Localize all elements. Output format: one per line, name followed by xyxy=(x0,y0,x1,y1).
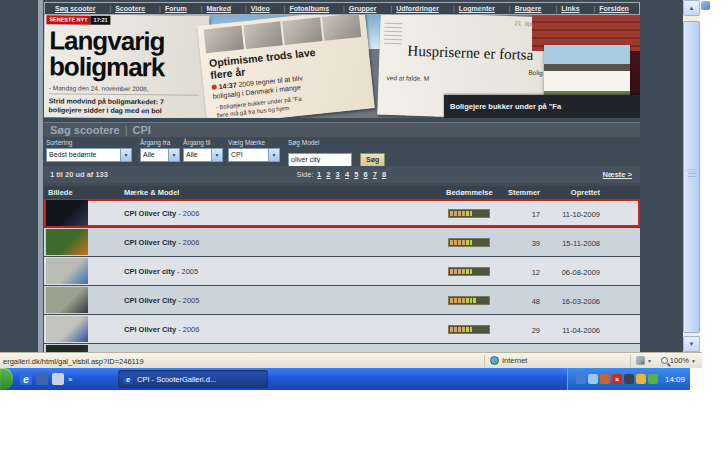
page-number-link[interactable]: 2 xyxy=(326,170,330,179)
table-row[interactable]: CPI Oliver City - 2006 39 15-11-2008 xyxy=(44,228,640,256)
dateline: - Mandag den 24. november 2008, xyxy=(49,84,199,95)
table-row[interactable]: CPI Oliver City - 2006 29 11-04-2006 xyxy=(44,315,640,343)
col-maerke-model: Mærke & Model xyxy=(124,188,179,197)
model-link[interactable]: CPI Oliver City xyxy=(124,209,176,218)
nav-item: Video xyxy=(241,5,270,12)
scooter-thumbnail[interactable] xyxy=(46,229,88,255)
table-row[interactable]: CPI Oliver City - 2006 17 11-10-2009 xyxy=(44,199,640,227)
chevron-down-icon[interactable]: ▼ xyxy=(120,149,131,161)
chevron-down-icon[interactable]: ▼ xyxy=(268,149,279,161)
vertical-scrollbar[interactable]: ▲ ▼ xyxy=(683,0,700,352)
tray-icon[interactable] xyxy=(600,374,610,384)
scooter-thumbnail[interactable] xyxy=(46,345,88,352)
section-header: Søg scootere | CPI xyxy=(44,122,640,137)
globe-icon xyxy=(490,356,499,365)
tray-icon[interactable] xyxy=(636,374,646,384)
nav-link[interactable]: Scootere xyxy=(115,5,145,12)
vaelg-maerke-select[interactable]: CPI ▼ xyxy=(228,148,280,162)
scroll-down-arrow[interactable]: ▼ xyxy=(683,336,700,352)
model-year: - 2006 xyxy=(176,209,199,218)
aargang-fra-select[interactable]: Alle ▼ xyxy=(140,148,180,162)
nav-link[interactable]: Udfordringer xyxy=(396,5,439,12)
nav-link[interactable]: Forsiden xyxy=(599,5,629,12)
nav-item: Links xyxy=(551,5,579,12)
quick-launch-overflow[interactable]: » xyxy=(68,375,72,384)
text-filler xyxy=(384,20,403,48)
news-clipping-left: SENESTE NYT 17:21 Langvarig boligmark - … xyxy=(44,15,209,118)
aargang-til-select[interactable]: Alle ▼ xyxy=(183,148,223,162)
quick-launch-icon[interactable]: e xyxy=(20,373,32,385)
model-link[interactable]: CPI Oliver City xyxy=(124,296,176,305)
news-ticker: SENESTE NYT 17:21 xyxy=(46,15,110,25)
soeg-model-label: Søg Model xyxy=(288,139,352,148)
page-links: Side: 1 2 3 4 5 6 7 xyxy=(296,170,387,179)
sortering-select[interactable]: Bedst bedømte ▼ xyxy=(46,148,132,162)
news-clipping-middle: Optimisme trods lave flere år 14:37 2009… xyxy=(197,15,375,118)
page-subtitle: CPI xyxy=(133,124,151,136)
model-link[interactable]: CPI Oliver City xyxy=(124,238,176,247)
model-link[interactable]: CPI Oliver city xyxy=(124,267,175,276)
model-search-input[interactable] xyxy=(288,153,352,167)
scroll-up-arrow[interactable]: ▲ xyxy=(683,0,700,16)
taskbar-window-button[interactable]: e CPI - ScooterGalleri.d... xyxy=(118,370,268,388)
page-number-link[interactable]: 1 xyxy=(317,170,321,179)
nav-link[interactable]: Brugere xyxy=(515,5,542,12)
model-link[interactable]: CPI Oliver City xyxy=(124,325,176,334)
tray-icon[interactable] xyxy=(588,374,598,384)
chevron-down-icon[interactable]: ▼ xyxy=(211,149,222,161)
article-text: Strid modvind på boligmarkedet: 7 bolige… xyxy=(49,96,164,115)
page-number-link[interactable]: 6 xyxy=(363,170,367,179)
tray-icon[interactable] xyxy=(576,374,586,384)
nav-item: Brugere xyxy=(505,5,542,12)
filter-icon xyxy=(636,356,645,365)
nav-link[interactable]: Forum xyxy=(165,5,187,12)
votes-count: 29 xyxy=(484,326,540,335)
phishing-filter-control[interactable]: ▼ xyxy=(636,356,652,365)
zoom-control[interactable]: 100% ▼ xyxy=(661,356,696,365)
side-label: Side: xyxy=(296,170,313,179)
col-billede: Billede xyxy=(48,188,73,197)
votes-count: 12 xyxy=(484,268,540,277)
nav-link[interactable]: Grupper xyxy=(349,5,377,12)
tray-icon[interactable] xyxy=(624,374,634,384)
quick-launch-icon[interactable] xyxy=(36,373,48,385)
tray-icon[interactable] xyxy=(648,374,658,384)
votes-count: 48 xyxy=(484,297,540,306)
nav-link[interactable]: Marked xyxy=(206,5,231,12)
chevron-down-icon[interactable]: ▼ xyxy=(168,149,179,161)
created-date: 11-04-2006 xyxy=(552,326,600,335)
scooter-thumbnail[interactable] xyxy=(46,258,88,284)
model-year: - 2005 xyxy=(176,296,199,305)
page-left-edge xyxy=(38,0,43,352)
tray-icon[interactable]: × xyxy=(612,374,622,384)
nav-link[interactable]: Søg scooter xyxy=(55,5,95,12)
nav-link[interactable]: Video xyxy=(251,5,270,12)
table-row[interactable]: CPI Oliver city - 2005 12 06-08-2009 xyxy=(44,257,640,285)
scooter-thumbnail[interactable] xyxy=(46,200,88,226)
news-collage-banner[interactable]: SENESTE NYT 17:21 Langvarig boligmark - … xyxy=(44,15,640,118)
start-button-partial[interactable] xyxy=(0,368,13,390)
votes-count: 17 xyxy=(484,210,540,219)
page-number-link[interactable]: 7 xyxy=(373,170,377,179)
next-page-link[interactable]: Næste > xyxy=(603,170,632,179)
search-button[interactable]: Søg xyxy=(360,153,385,167)
page-number-link[interactable]: 8 xyxy=(382,170,386,179)
model-year: - 2006 xyxy=(176,325,199,334)
nav-link[interactable]: Fotoalbums xyxy=(289,5,329,12)
created-date: 15-11-2008 xyxy=(552,239,600,248)
ticker-label: SENESTE NYT xyxy=(46,15,90,24)
aargang-fra-label: Årgang fra xyxy=(140,139,180,148)
quick-launch-icon[interactable] xyxy=(52,373,64,385)
scrollbar-thumb[interactable] xyxy=(683,21,700,333)
table-row[interactable] xyxy=(44,344,640,352)
col-oprettet: Oprettet xyxy=(552,188,600,197)
page-number-link[interactable]: 5 xyxy=(354,170,358,179)
page-number-link[interactable]: 4 xyxy=(345,170,349,179)
page-number-link[interactable]: 3 xyxy=(336,170,340,179)
scooter-thumbnail[interactable] xyxy=(46,287,88,313)
nav-link[interactable]: Logmenter xyxy=(459,5,495,12)
nav-link[interactable]: Links xyxy=(561,5,579,12)
table-row[interactable]: CPI Oliver City - 2005 48 16-03-2006 xyxy=(44,286,640,314)
scooter-thumbnail[interactable] xyxy=(46,316,88,342)
clock-icon xyxy=(211,84,216,89)
